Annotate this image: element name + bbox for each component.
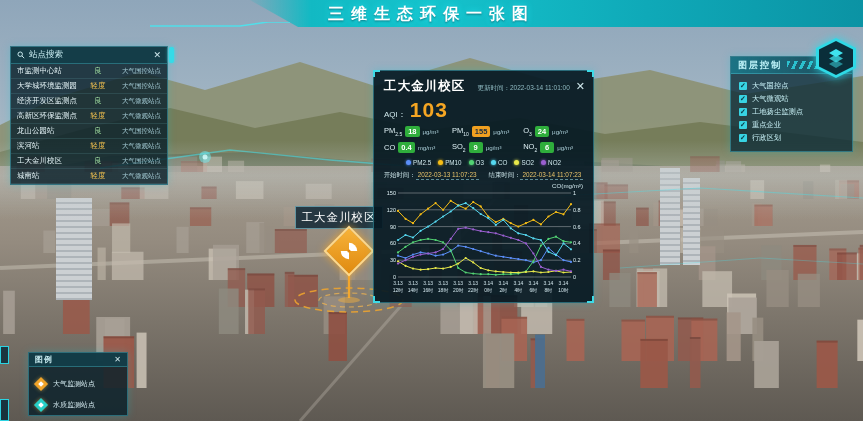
chart-element — [457, 267, 459, 269]
pollutant-cell: O324μg/m³ — [523, 126, 585, 137]
chart-element: 3.13 — [468, 280, 478, 286]
start-time-input[interactable]: 2022-03-13 11:07:23 — [416, 171, 479, 180]
chart-element — [427, 252, 429, 254]
legend-close-icon[interactable]: ✕ — [114, 355, 121, 364]
pollutant-unit: μg/m³ — [552, 128, 568, 135]
collapsed-tab-bottom[interactable] — [0, 399, 9, 421]
chart-element — [472, 273, 474, 275]
chart-element — [472, 207, 474, 209]
pollutant-label: SO2 — [452, 142, 466, 153]
legend-chip[interactable]: NO2 — [541, 159, 561, 166]
station-level: 轻度 — [87, 81, 109, 91]
station-row[interactable]: 滨河站轻度大气微观站点 — [11, 139, 167, 154]
chart-element — [465, 227, 467, 229]
checkbox-checked-icon[interactable]: ✓ — [739, 95, 747, 103]
layer-item[interactable]: ✓大气国控点 — [739, 79, 844, 92]
pollutant-value-badge: 0.4 — [398, 142, 414, 153]
chart-element — [570, 261, 572, 263]
layer-item[interactable]: ✓行政区划 — [739, 131, 844, 144]
chart-element: 60 — [390, 240, 396, 246]
station-level: 轻度 — [87, 171, 109, 181]
chart-element: 0.2 — [573, 257, 581, 263]
station-row[interactable]: 龙山公园站良大气国控站点 — [11, 124, 167, 139]
layer-item-label: 重点企业 — [752, 120, 781, 130]
station-row[interactable]: 经济开发区监测点良大气微观站点 — [11, 94, 167, 109]
chart-element — [562, 259, 564, 261]
checkbox-checked-icon[interactable]: ✓ — [739, 121, 747, 129]
aqi-value: 103 — [410, 98, 448, 122]
popup-close-icon[interactable]: ✕ — [576, 82, 585, 91]
legend-chip[interactable]: PM10 — [438, 159, 461, 166]
chart-element — [435, 221, 437, 223]
station-type: 大气微观站点 — [109, 172, 161, 181]
chart-element — [555, 236, 557, 238]
end-time-input[interactable]: 2022-03-14 11:07:23 — [520, 171, 583, 180]
pollutant-sub: 3 — [529, 131, 532, 137]
search-panel-scrollbar[interactable] — [169, 47, 174, 63]
legend-item-label: 大气监测站点 — [53, 379, 95, 389]
pollutant-label: PM2.5 — [384, 126, 402, 137]
search-icon — [17, 51, 25, 59]
pollutant-unit: μg/m³ — [486, 144, 502, 151]
chart-element — [502, 273, 504, 275]
layer-item-label: 大气国控点 — [752, 81, 788, 91]
chart-element — [517, 271, 519, 273]
update-time-label: 更新时间： — [477, 84, 510, 91]
chart-element — [465, 202, 467, 204]
chart-element — [487, 269, 489, 271]
chart-element — [532, 219, 534, 221]
chart-element — [442, 254, 444, 256]
checkbox-checked-icon[interactable]: ✓ — [739, 134, 747, 142]
chart-element — [495, 232, 497, 234]
chart-element — [412, 222, 414, 224]
station-row[interactable]: 市监测中心站良大气国控站点 — [11, 64, 167, 79]
layer-item-label: 行政区划 — [752, 133, 781, 143]
chart-element — [540, 245, 542, 247]
chart-element — [547, 247, 549, 249]
station-row[interactable]: 大学城环境监测园轻度大气国控站点 — [11, 79, 167, 94]
station-row[interactable]: 高新区环保监测点轻度大气微观站点 — [11, 109, 167, 124]
layer-item[interactable]: ✓大气微观站 — [739, 92, 844, 105]
chart-element — [570, 203, 572, 205]
pollutant-label: PM10 — [452, 126, 469, 137]
chart-element — [465, 208, 467, 210]
chart-element — [502, 271, 504, 273]
pollutant-cell: NO26μg/m³ — [523, 142, 585, 153]
popup-update-time: 更新时间：2022-03-14 11:01:00 — [471, 84, 570, 93]
chart-element — [517, 226, 519, 228]
chart-element — [570, 241, 572, 243]
chart-element: 8时 — [545, 287, 553, 293]
chart-element — [502, 235, 504, 237]
pollutant-value-badge: 9 — [469, 142, 483, 153]
chart-element — [495, 255, 497, 257]
checkbox-checked-icon[interactable]: ✓ — [739, 108, 747, 116]
chart-element — [487, 217, 489, 219]
station-row[interactable]: 工大金川校区良大气国控站点 — [11, 154, 167, 169]
chart-element — [412, 236, 414, 238]
station-marker-label[interactable]: 工大金川校区 — [295, 206, 383, 229]
chart-element — [472, 201, 474, 203]
chart-element — [517, 258, 519, 260]
station-type: 大气国控站点 — [109, 127, 161, 136]
station-row[interactable]: 城南站轻度大气微观站点 — [11, 169, 167, 184]
chart-element — [547, 238, 549, 240]
checkbox-checked-icon[interactable]: ✓ — [739, 82, 747, 90]
search-close-icon[interactable]: ✕ — [153, 51, 161, 60]
chart-element — [570, 248, 572, 250]
legend-chip[interactable]: CO — [491, 159, 507, 166]
layers-hexagon-button[interactable] — [816, 38, 856, 78]
layer-item[interactable]: ✓重点企业 — [739, 118, 844, 131]
station-type: 大气国控站点 — [109, 157, 161, 166]
chart-element — [435, 251, 437, 253]
chart-element — [412, 256, 414, 258]
legend-chip-label: O3 — [476, 159, 484, 166]
chart-element — [420, 254, 422, 256]
legend-chip[interactable]: SO2 — [514, 159, 534, 166]
layer-item[interactable]: ✓工地扬尘监测点 — [739, 105, 844, 118]
legend-chip[interactable]: PM2.5 — [406, 159, 431, 166]
collapsed-tab-top[interactable] — [0, 346, 9, 364]
pollutant-value-badge: 18 — [405, 126, 419, 137]
legend-chip[interactable]: O3 — [469, 159, 484, 166]
station-name: 大学城环境监测园 — [17, 81, 87, 91]
chart-element: 14时 — [408, 287, 419, 293]
